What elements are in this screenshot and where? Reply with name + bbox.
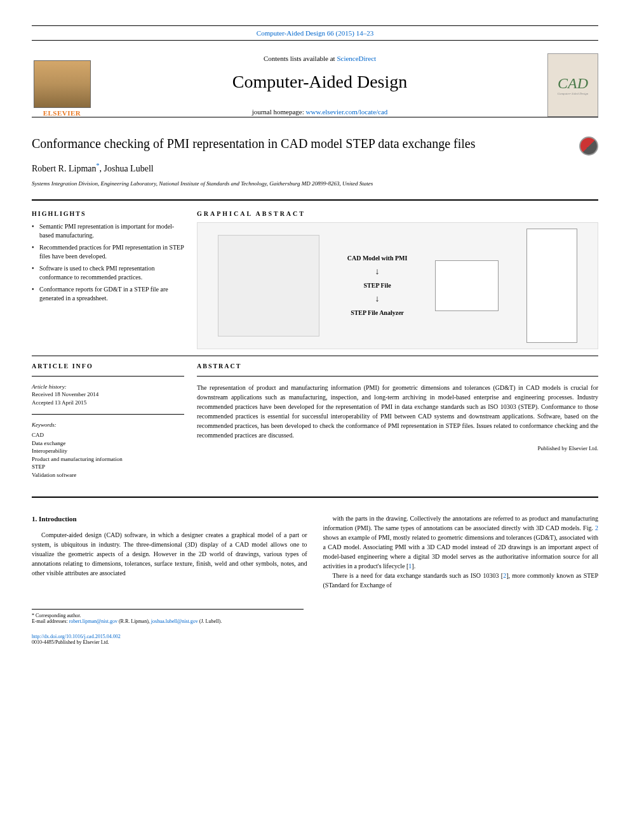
- doi-link[interactable]: http://dx.doi.org/10.1016/j.cad.2015.04.…: [32, 634, 121, 639]
- keywords-block: Keywords: CAD Data exchange Interoperabi…: [32, 421, 184, 479]
- homepage-link[interactable]: www.elsevier.com/locate/cad: [306, 108, 388, 116]
- email-link-1[interactable]: robert.lipman@nist.gov: [69, 618, 117, 624]
- ga-flow-step: CAD Model with PMI: [347, 255, 408, 262]
- received-date: Received 18 November 2014: [32, 390, 184, 399]
- ga-flow-diagram: CAD Model with PMI ↓ STEP File ↓ STEP Fi…: [347, 255, 408, 316]
- highlights-list: Semantic PMI representation is important…: [32, 222, 184, 303]
- graphical-abstract-heading: GRAPHICAL ABSTRACT: [197, 210, 598, 217]
- footnotes: * Corresponding author. E-mail addresses…: [32, 609, 304, 624]
- article-info-heading: ARTICLE INFO: [32, 363, 184, 370]
- para3-text: There is a need for data exchange standa…: [333, 572, 504, 579]
- author-2: , Joshua Lubell: [100, 164, 154, 173]
- elsevier-text: ELSEVIER: [43, 109, 81, 117]
- ga-flow-step: STEP File: [364, 282, 391, 289]
- body-para-2: with the parts in the drawing. Collectiv…: [323, 514, 599, 571]
- highlight-item: Software is used to check PMI representa…: [32, 264, 184, 282]
- graphical-abstract-figure: CAD Model with PMI ↓ STEP File ↓ STEP Fi…: [197, 222, 598, 349]
- sciencedirect-link[interactable]: ScienceDirect: [337, 55, 376, 62]
- keyword: Product and manufacturing information: [32, 455, 184, 463]
- highlight-item: Recommended practices for PMI representa…: [32, 243, 184, 261]
- corr-author-note: * Corresponding author.: [32, 613, 304, 618]
- accepted-date: Accepted 13 April 2015: [32, 399, 184, 407]
- abstract-copyright: Published by Elsevier Ltd.: [197, 445, 598, 451]
- elsevier-tree-icon: [34, 60, 91, 108]
- author-1: Robert R. Lipman: [32, 164, 97, 173]
- journal-homepage: journal homepage: www.elsevier.com/locat…: [105, 108, 535, 116]
- homepage-prefix: journal homepage:: [252, 108, 306, 116]
- down-arrow-icon: ↓: [375, 294, 380, 304]
- article-history: Article history: Received 18 November 20…: [32, 383, 184, 407]
- keyword: STEP: [32, 463, 184, 471]
- abstract-text: The representation of product and manufa…: [197, 383, 598, 440]
- highlight-item: Semantic PMI representation is important…: [32, 222, 184, 240]
- doi-footer: http://dx.doi.org/10.1016/j.cad.2015.04.…: [32, 634, 598, 645]
- abstract-heading: ABSTRACT: [197, 363, 598, 370]
- email-link-2[interactable]: joshua.lubell@nist.gov: [151, 618, 198, 624]
- keyword: Validation software: [32, 471, 184, 479]
- body-para-3: There is a need for data exchange standa…: [323, 571, 599, 590]
- cad-logo-sub: Computer-Aided Design: [558, 92, 589, 95]
- down-arrow-icon: ↓: [375, 267, 380, 277]
- email-label: E-mail addresses:: [32, 618, 69, 624]
- contents-prefix: Contents lists available at: [264, 55, 337, 62]
- history-label: Article history:: [32, 383, 184, 391]
- keywords-label: Keywords:: [32, 421, 184, 429]
- ga-table-2: [526, 229, 577, 343]
- ga-cad-model: [218, 235, 319, 337]
- journal-header: ELSEVIER Contents lists available at Sci…: [32, 53, 598, 117]
- keyword: CAD: [32, 431, 184, 439]
- citation-link[interactable]: Computer-Aided Design 66 (2015) 14–23: [257, 29, 373, 37]
- highlight-item: Conformance reports for GD&T in a STEP f…: [32, 285, 184, 303]
- contents-available: Contents lists available at ScienceDirec…: [105, 55, 535, 62]
- highlights-heading: HIGHLIGHTS: [32, 210, 184, 217]
- email2-name: (J. Lubell).: [198, 618, 222, 624]
- section-1-heading: 1. Introduction: [32, 514, 307, 524]
- keyword: Interoperability: [32, 447, 184, 455]
- cad-journal-cover: CAD Computer-Aided Design: [547, 53, 598, 117]
- crossmark-icon[interactable]: [579, 137, 598, 156]
- citation-header: Computer-Aided Design 66 (2015) 14–23: [32, 25, 598, 41]
- email-addresses: E-mail addresses: robert.lipman@nist.gov…: [32, 618, 304, 624]
- cad-logo-text: CAD: [558, 75, 588, 92]
- ga-table-1: [435, 260, 499, 311]
- ga-flow-step: STEP File Analyzer: [351, 309, 404, 316]
- footer-copyright: 0010-4485/Published by Elsevier Ltd.: [32, 639, 598, 645]
- para2c-text: ].: [412, 563, 415, 570]
- para2-text: with the parts in the drawing. Collectiv…: [323, 515, 599, 531]
- journal-title: Computer-Aided Design: [105, 72, 535, 92]
- article-title: Conformance checking of PMI representati…: [32, 137, 566, 151]
- keyword: Data exchange: [32, 439, 184, 448]
- para2b-text: shows an example of PMI, mostly related …: [323, 534, 599, 570]
- authors: Robert R. Lipman*, Joshua Lubell: [32, 162, 598, 174]
- email1-name: (R.R. Lipman),: [117, 618, 151, 624]
- elsevier-logo: ELSEVIER: [32, 53, 92, 117]
- body-para-1: Computer-aided design (CAD) software, in…: [32, 530, 307, 578]
- affiliation: Systems Integration Division, Engineerin…: [32, 180, 598, 187]
- fig-ref-1[interactable]: 2: [595, 524, 598, 531]
